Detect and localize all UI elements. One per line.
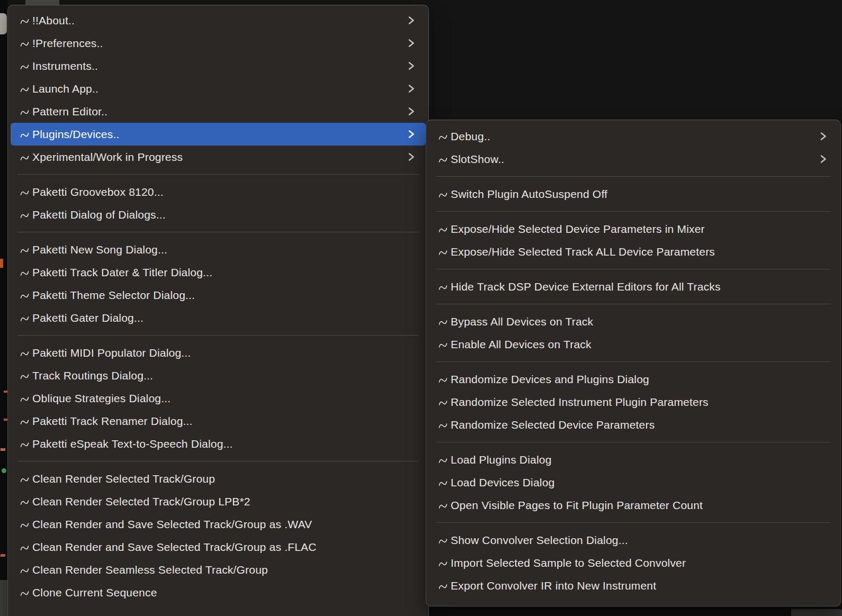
menu-item-switch-plugin-autosuspend-off[interactable]: Switch Plugin AutoSuspend Off [426, 183, 840, 205]
background-artifact [426, 607, 842, 616]
menu-item-label: Clone Current Sequence [32, 586, 157, 599]
sine-wave-icon [20, 350, 29, 358]
menu-separator [8, 226, 428, 238]
background-artifact [0, 259, 3, 268]
menu-separator [426, 298, 840, 310]
menu-item-label: Xperimental/Work in Progress [32, 151, 183, 164]
sine-wave-icon [20, 247, 29, 255]
menu-item-hide-track-dsp-device-external-editors-for-all-tracks[interactable]: Hide Track DSP Device External Editors f… [426, 275, 840, 298]
menu-item-label: Paketti Track Renamer Dialog... [32, 415, 193, 428]
sine-wave-icon [438, 249, 447, 257]
menu-item-import-selected-sample-to-selected-convolver[interactable]: Import Selected Sample to Selected Convo… [426, 551, 840, 574]
menu-item-randomize-selected-instrument-plugin-parameters[interactable]: Randomize Selected Instrument Plugin Par… [426, 391, 840, 413]
menu-item-expose-hide-selected-track-all-device-parameters[interactable]: Expose/Hide Selected Track ALL Device Pa… [426, 240, 840, 263]
menu-item-pattern-editor[interactable]: Pattern Editor.. [8, 100, 428, 123]
menu-item-paketti-track-dater-titler-dialog[interactable]: Paketti Track Dater & Titler Dialog... [8, 261, 428, 284]
sine-wave-icon [20, 418, 29, 426]
menu-item-preferences[interactable]: !Preferences.. [8, 32, 428, 55]
menu-item-load-devices-dialog[interactable]: Load Devices Dialog [426, 471, 840, 494]
menu-item-paketti-theme-selector-dialog[interactable]: Paketti Theme Selector Dialog... [8, 284, 428, 306]
chevron-right-icon [408, 84, 415, 93]
menu-item-label: Clean Render and Save Selected Track/Gro… [32, 518, 312, 531]
menu-item-export-convolver-ir-into-new-instrument[interactable]: Export Convolver IR into New Instrument [426, 574, 840, 597]
sine-wave-icon [20, 189, 29, 197]
background-artifact [2, 468, 6, 473]
sine-wave-icon [20, 544, 29, 552]
menu-item-bypass-all-devices-on-track[interactable]: Bypass All Devices on Track [426, 310, 840, 333]
menu-item-plugins-devices[interactable]: Plugins/Devices.. [11, 123, 426, 146]
menu-item-expose-hide-selected-device-parameters-in-mixer[interactable]: Expose/Hide Selected Device Parameters i… [426, 218, 840, 240]
menu-item-randomize-devices-and-plugins-dialog[interactable]: Randomize Devices and Plugins Dialog [426, 368, 840, 391]
sine-wave-icon [20, 154, 29, 162]
background-artifact [4, 391, 7, 393]
menu-item-open-visible-pages-to-fit-plugin-parameter-count[interactable]: Open Visible Pages to Fit Plugin Paramet… [426, 494, 840, 517]
background-artifact [791, 609, 842, 616]
sine-wave-icon [20, 590, 29, 597]
menu-item-label: Load Plugins Dialog [451, 454, 552, 466]
menu-item-label: Launch App.. [32, 83, 98, 95]
menu-item-xperimental-work-in-progress[interactable]: Xperimental/Work in Progress [8, 146, 428, 168]
sine-wave-icon [438, 537, 447, 545]
sine-wave-icon [20, 131, 29, 139]
menu-item-clean-render-and-save-selected-track-group-as-flac[interactable]: Clean Render and Save Selected Track/Gro… [8, 536, 428, 558]
menu-item-label: Randomize Selected Device Parameters [451, 419, 655, 431]
sine-wave-icon [20, 86, 29, 94]
menu-item-clone-current-sequence[interactable]: Clone Current Sequence [8, 581, 428, 604]
chevron-right-icon [408, 16, 415, 25]
menu-item-paketti-new-song-dialog[interactable]: Paketti New Song Dialog... [8, 238, 428, 261]
menu-item-label: Clean Render Selected Track/Group [32, 473, 215, 485]
menu-item-load-plugins-dialog[interactable]: Load Plugins Dialog [426, 448, 840, 471]
menu-separator [426, 436, 840, 448]
menu-item-label: Hide Track DSP Device External Editors f… [451, 280, 721, 293]
background-artifact [25, 0, 59, 5]
menu-item-label: Randomize Devices and Plugins Dialog [451, 373, 649, 386]
menu-item-launch-app[interactable]: Launch App.. [8, 77, 428, 100]
menu-item-oblique-strategies-dialog[interactable]: Oblique Strategies Dialog... [8, 387, 428, 410]
menu-item-randomize-selected-device-parameters[interactable]: Randomize Selected Device Parameters [426, 413, 840, 436]
plugins-devices-submenu: Debug.. SlotShow.. Switch Plugin AutoSus… [426, 120, 841, 606]
menu-item-paketti-gater-dialog[interactable]: Paketti Gater Dialog... [8, 306, 428, 329]
sine-wave-icon [438, 319, 447, 327]
menu-item-paketti-dialog-of-dialogs[interactable]: Paketti Dialog of Dialogs... [8, 203, 428, 226]
menu-item-label: Switch Plugin AutoSuspend Off [451, 188, 607, 201]
sine-wave-icon [20, 315, 29, 323]
menu-item-label: Track Routings Dialog... [32, 369, 153, 382]
sine-wave-icon [20, 292, 29, 300]
chevron-right-icon [820, 132, 827, 141]
menu-item-label: Paketti Gater Dialog... [32, 312, 144, 324]
background-artifact [1, 554, 5, 557]
menu-item-show-convolver-selection-dialog[interactable]: Show Convolver Selection Dialog... [426, 529, 840, 551]
menu-item-debug[interactable]: Debug.. [426, 125, 840, 148]
menu-item-enable-all-devices-on-track[interactable]: Enable All Devices on Track [426, 333, 840, 356]
background-artifact [0, 0, 7, 616]
menu-item-clean-render-seamless-selected-track-group[interactable]: Clean Render Seamless Selected Track/Gro… [8, 558, 428, 581]
menu-item-track-routings-dialog[interactable]: Track Routings Dialog... [8, 364, 428, 387]
sine-wave-icon [438, 191, 447, 199]
menu-item-instruments[interactable]: Instruments.. [8, 55, 428, 77]
menu-item-slotshow[interactable]: SlotShow.. [426, 148, 840, 170]
sine-wave-icon [438, 341, 447, 349]
sine-wave-icon [438, 422, 447, 430]
chevron-right-icon [408, 61, 415, 70]
menu-item-paketti-espeak-text-to-speech-dialog[interactable]: Paketti eSpeak Text-to-Speech Dialog... [8, 432, 428, 455]
menu-item-paketti-midi-populator-dialog[interactable]: Paketti MIDI Populator Dialog... [8, 341, 428, 364]
sine-wave-icon [438, 376, 447, 384]
menu-item-label: Pattern Editor.. [32, 105, 108, 118]
chevron-right-icon [820, 155, 827, 164]
sine-wave-icon [438, 156, 447, 164]
menu-item-paketti-track-renamer-dialog[interactable]: Paketti Track Renamer Dialog... [8, 410, 428, 432]
menu-item-clean-render-selected-track-group-lpb-2[interactable]: Clean Render Selected Track/Group LPB*2 [8, 490, 428, 513]
menu-item-label: Paketti New Song Dialog... [32, 243, 167, 256]
menu-item-paketti-groovebox-8120[interactable]: Paketti Groovebox 8120... [8, 180, 428, 203]
sine-wave-icon [20, 395, 29, 403]
sine-wave-icon [438, 457, 447, 465]
menu-item-label: Show Convolver Selection Dialog... [451, 534, 628, 547]
sine-wave-icon [20, 17, 29, 25]
menu-separator [8, 168, 428, 180]
menu-item-about[interactable]: !!About.. [8, 9, 428, 32]
menu-item-clean-render-selected-track-group[interactable]: Clean Render Selected Track/Group [8, 467, 428, 490]
chevron-right-icon [408, 152, 415, 161]
chevron-right-icon [408, 130, 415, 139]
background-artifact [1, 448, 5, 451]
menu-item-clean-render-and-save-selected-track-group-as-wav[interactable]: Clean Render and Save Selected Track/Gro… [8, 513, 428, 536]
